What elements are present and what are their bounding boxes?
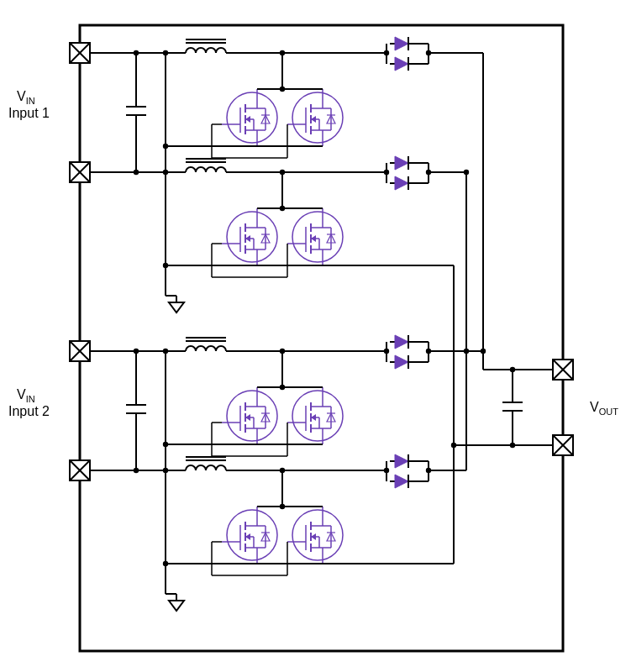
terminal-vin2-neg bbox=[70, 460, 90, 480]
chip-outline bbox=[80, 25, 563, 651]
mosfet-1a-right bbox=[287, 89, 343, 146]
mosfet-2a-left bbox=[222, 387, 277, 444]
input-capacitor-1 bbox=[126, 92, 146, 129]
diode-1b-bot bbox=[390, 176, 413, 190]
terminal-vout-pos bbox=[553, 360, 573, 380]
terminal-vin1-neg bbox=[70, 162, 90, 182]
mosfet-1a-left bbox=[222, 89, 277, 146]
mosfet-2b-left bbox=[222, 507, 277, 564]
output-capacitor bbox=[502, 388, 523, 425]
diode-1b-top bbox=[390, 156, 413, 170]
ground-1 bbox=[169, 296, 184, 312]
label-vin1: VIN bbox=[17, 89, 35, 106]
terminal-vout-neg bbox=[553, 435, 573, 455]
inductor-2b bbox=[176, 457, 235, 470]
mosfet-2a-right bbox=[287, 387, 343, 444]
mosfet-1b-right bbox=[287, 208, 343, 265]
diode-2b-bot bbox=[390, 475, 413, 488]
terminal-vin1-pos bbox=[70, 43, 90, 63]
label-vin2: VIN bbox=[17, 387, 35, 404]
circuit-diagram: VIN Input 1 VIN Input 2 VOUT bbox=[0, 0, 631, 672]
label-vout: VOUT bbox=[590, 400, 618, 417]
diode-2a-top bbox=[390, 335, 413, 349]
diode-2b-top bbox=[390, 454, 413, 468]
label-vin2-line2: Input 2 bbox=[8, 404, 50, 418]
input-capacitor-2 bbox=[126, 391, 146, 428]
label-vin1-line2: Input 1 bbox=[8, 106, 50, 120]
inductor-2a bbox=[176, 338, 235, 351]
diode-1a-bot bbox=[390, 57, 413, 71]
terminal-vin2-pos bbox=[70, 341, 90, 361]
diode-2a-bot bbox=[390, 355, 413, 369]
inductor-1a bbox=[176, 39, 235, 53]
diode-1a-top bbox=[390, 37, 413, 50]
inductor-1b bbox=[176, 159, 235, 172]
mosfet-1b-left bbox=[222, 208, 277, 265]
mosfet-2b-right bbox=[287, 507, 343, 564]
ground-2 bbox=[169, 594, 184, 611]
